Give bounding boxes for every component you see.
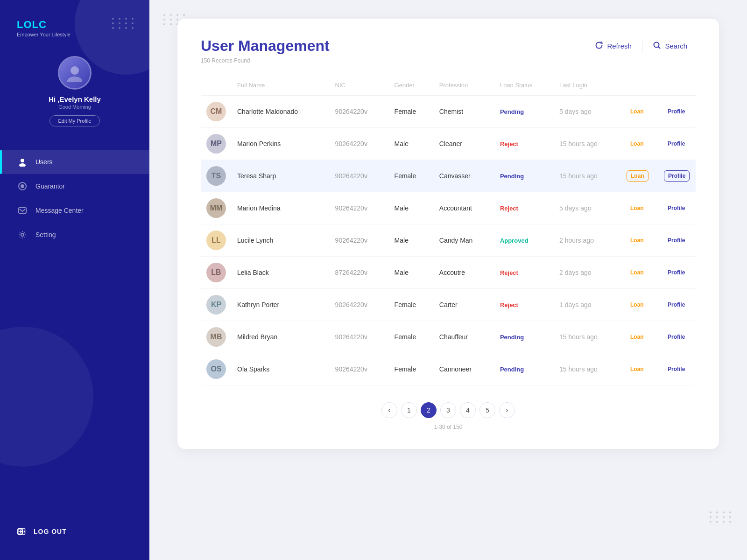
pagination-page-2[interactable]: 2 [421,402,437,418]
user-avatar: TS [206,166,226,186]
profile-button[interactable]: Profile [664,300,689,310]
pagination-prev[interactable]: ‹ [381,402,397,418]
cell-last-login: 5 days ago [554,192,621,224]
col-avatar [201,77,232,96]
cell-nic: 90264220v [330,128,389,160]
profile-name: Hi ,Evelyn Kelly [49,95,101,103]
cell-profile-btn[interactable]: Profile [658,160,696,192]
cell-avatar: LB [201,257,232,289]
cell-loan-status: Reject [494,289,554,321]
cell-profile-btn[interactable]: Profile [658,353,696,385]
pagination-page-1[interactable]: 1 [401,402,417,418]
pagination-page-3[interactable]: 3 [440,402,456,418]
sidebar-item-users-label: Users [35,158,53,166]
cell-nic: 90264220v [330,96,389,128]
profile-button[interactable]: Profile [664,364,689,374]
cell-loan-btn[interactable]: Loan [621,353,658,385]
profile-button[interactable]: Profile [664,170,690,182]
col-actions1 [621,77,658,96]
cell-profile-btn[interactable]: Profile [658,96,696,128]
cell-last-login: 15 hours ago [554,321,621,353]
profile-button[interactable]: Profile [664,332,689,342]
refresh-button[interactable]: Refresh [586,37,640,55]
profile-button[interactable]: Profile [664,235,689,245]
search-button[interactable]: Search [644,37,696,55]
user-avatar: CM [206,102,226,121]
pagination-page-4[interactable]: 4 [460,402,476,418]
setting-icon [17,229,28,240]
cell-nic: 90264220v [330,321,389,353]
cell-loan-btn[interactable]: Loan [621,257,658,289]
cell-loan-btn[interactable]: Loan [621,224,658,257]
cell-profession: Carter [434,289,494,321]
cell-name: Charlotte Maldonado [232,96,330,128]
search-icon [653,41,661,51]
loan-button[interactable]: Loan [627,300,648,310]
pagination-next[interactable]: › [499,402,515,418]
loan-button[interactable]: Loan [627,332,648,342]
cell-loan-btn[interactable]: Loan [621,321,658,353]
edit-profile-button[interactable]: Edit My Profile [49,115,100,126]
cell-profile-btn[interactable]: Profile [658,289,696,321]
loan-button[interactable]: Loan [627,139,648,149]
cell-profile-btn[interactable]: Profile [658,192,696,224]
cell-avatar: MB [201,321,232,353]
cell-profession: Chemist [434,96,494,128]
loan-button[interactable]: Loan [627,203,648,213]
svg-point-2 [21,159,24,162]
profile-button[interactable]: Profile [664,267,689,278]
cell-last-login: 2 days ago [554,257,621,289]
cell-profile-btn[interactable]: Profile [658,128,696,160]
cell-last-login: 15 hours ago [554,128,621,160]
profile-button[interactable]: Profile [664,139,689,149]
svg-point-7 [21,233,24,236]
cell-nic: 90264220v [330,160,389,192]
logout-icon [17,526,27,537]
loan-button[interactable]: Loan [627,267,648,278]
cell-avatar: MM [201,192,232,224]
cell-nic: 90264220v [330,224,389,257]
loan-button[interactable]: Loan [627,106,648,117]
table-row: MP Marion Perkins 90264220v Male Cleaner… [201,128,696,160]
users-icon [17,156,28,168]
cell-loan-status: Pending [494,321,554,353]
cell-avatar: KP [201,289,232,321]
sidebar-item-users[interactable]: Users [0,150,149,174]
logo-text: LOLC [17,19,133,31]
user-avatar: KP [206,295,226,315]
cell-profession: Cleaner [434,128,494,160]
sidebar-item-setting[interactable]: Setting [0,223,149,247]
profile-button[interactable]: Profile [664,203,689,213]
cell-loan-status: Approved [494,224,554,257]
user-avatar: MP [206,134,226,154]
cell-gender: Female [389,321,434,353]
loan-button[interactable]: Loan [627,364,648,374]
cell-name: Kathryn Porter [232,289,330,321]
user-avatar: LL [206,231,226,250]
cell-loan-btn[interactable]: Loan [621,160,658,192]
logo-sub: Empower Your Lifestyle [17,32,133,37]
avatar-image [59,56,90,90]
cell-gender: Female [389,160,434,192]
cell-loan-btn[interactable]: Loan [621,128,658,160]
cell-profession: Accoutre [434,257,494,289]
sidebar-item-guarantor[interactable]: Guarantor [0,174,149,198]
cell-loan-btn[interactable]: Loan [621,289,658,321]
profile-button[interactable]: Profile [664,106,689,117]
cell-loan-btn[interactable]: Loan [621,96,658,128]
table-row: KP Kathryn Porter 90264220v Female Carte… [201,289,696,321]
pagination: ‹ 1 2 3 4 5 › [201,402,696,418]
pagination-page-5[interactable]: 5 [479,402,495,418]
cell-profession: Chauffeur [434,321,494,353]
cell-profile-btn[interactable]: Profile [658,257,696,289]
logout-area[interactable]: LOG OUT [0,512,149,560]
cell-profile-btn[interactable]: Profile [658,224,696,257]
cell-profile-btn[interactable]: Profile [658,321,696,353]
page-info: 1-30 of 150 [201,424,696,430]
loan-button[interactable]: Loan [627,235,648,245]
loan-button[interactable]: Loan [627,170,648,182]
user-avatar: MM [206,198,226,218]
sidebar-item-message-center[interactable]: Message Center [0,198,149,223]
logout-label: LOG OUT [34,528,67,535]
cell-loan-btn[interactable]: Loan [621,192,658,224]
